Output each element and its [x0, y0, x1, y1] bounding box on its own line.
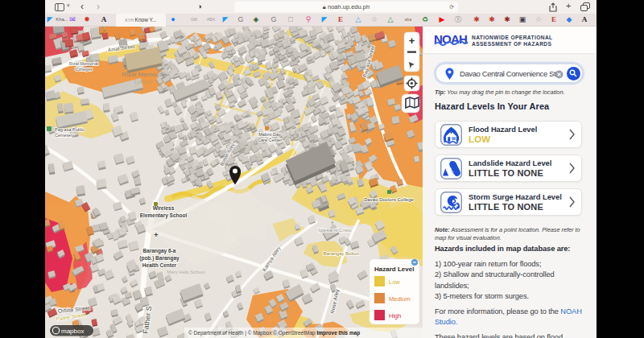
svg-text:Hazard Level: Hazard Level: [374, 266, 414, 273]
svg-text:Lumber: Lumber: [134, 79, 153, 84]
svg-text:Elementary School: Elementary School: [140, 212, 188, 219]
svg-text:Cemetery: Cemetery: [55, 133, 74, 138]
svg-text:Low: Low: [389, 278, 400, 286]
svg-text:NOAH: NOAH: [434, 32, 467, 46]
svg-text:Barangay Bolton: Barangay Bolton: [324, 251, 359, 256]
svg-text:Wireless: Wireless: [153, 205, 175, 211]
svg-text:Rizal Memorial: Rizal Memorial: [69, 61, 98, 66]
svg-text:Iglesia ni Cristo: Iglesia ni Cristo: [318, 228, 352, 233]
svg-text:© Department of Health | © Map: © Department of Health | © Mapbox © Open…: [188, 330, 360, 336]
svg-text:Health Center: Health Center: [142, 262, 177, 268]
svg-text:Care Center: Care Center: [258, 138, 282, 142]
svg-text:Mary Help School: Mary Help School: [167, 270, 204, 274]
svg-text:Mabini Day: Mabini Day: [258, 132, 281, 137]
svg-text:Davao Doctors College: Davao Doctors College: [364, 197, 414, 202]
svg-text:Medium: Medium: [389, 295, 411, 303]
svg-text:(pob.) Barangay: (pob.) Barangay: [139, 255, 180, 262]
svg-text:Pag-asa Public: Pag-asa Public: [55, 127, 85, 132]
svg-text:Colleges: Colleges: [75, 67, 93, 72]
svg-text:Rizal Memorial: Rizal Memorial: [122, 71, 165, 78]
svg-text:+: +: [154, 231, 158, 239]
svg-text:High: High: [389, 312, 401, 319]
svg-text:+: +: [409, 35, 415, 47]
svg-text:†: †: [331, 221, 334, 226]
svg-text:mapbox: mapbox: [61, 328, 84, 335]
svg-text:Barangay 6-a: Barangay 6-a: [143, 248, 176, 254]
